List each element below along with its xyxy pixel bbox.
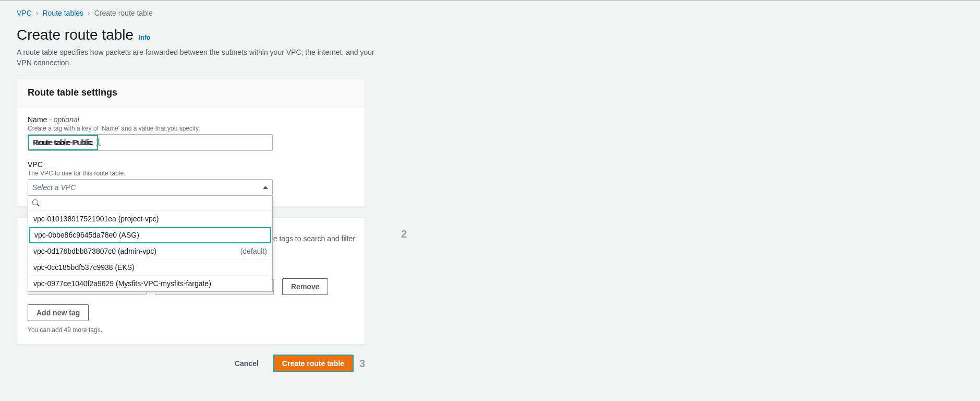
- tags-limit-hint: You can add 49 more tags.: [28, 326, 354, 334]
- chevron-right-icon: ›: [36, 9, 39, 17]
- breadcrumb-current: Create route table: [94, 9, 153, 17]
- vpc-option-label: vpc-0bbe86c9645da78e0 (ASG): [34, 231, 139, 239]
- info-link[interactable]: Info: [139, 34, 150, 41]
- vpc-option-suffix: (default): [240, 247, 267, 255]
- callout-2: 2: [401, 228, 407, 240]
- cancel-button[interactable]: Cancel: [226, 355, 267, 372]
- name-optional-text: - optional: [47, 115, 79, 124]
- name-input[interactable]: [28, 134, 273, 151]
- caret-up-icon: [263, 186, 268, 189]
- vpc-option-0[interactable]: vpc-010138917521901ea (project-vpc): [28, 211, 272, 227]
- add-tag-button[interactable]: Add new tag: [28, 304, 89, 321]
- chevron-right-icon: ›: [88, 9, 90, 17]
- vpc-option-label: vpc-0d176bdbb873807c0 (admin-vpc): [33, 247, 156, 255]
- breadcrumb-route-tables[interactable]: Route tables: [42, 9, 83, 17]
- vpc-option-1[interactable]: vpc-0bbe86c9645da78e0 (ASG) 2: [29, 227, 271, 243]
- settings-panel-title: Route table settings: [28, 87, 354, 98]
- vpc-option-3[interactable]: vpc-0cc185bdf537c9938 (EKS): [28, 260, 272, 276]
- settings-panel-body: Name - optional Create a tag with a key …: [17, 107, 365, 206]
- page-content: VPC › Route tables › Create route table …: [0, 1, 980, 380]
- callout-3: 3: [359, 358, 365, 370]
- vpc-label: VPC: [28, 160, 354, 169]
- page-description: A route table specifies how packets are …: [17, 48, 382, 68]
- vpc-dropdown: vpc-010138917521901ea (project-vpc) vpc-…: [28, 196, 273, 292]
- page-title: Create route table Info: [17, 27, 963, 43]
- vpc-option-label: vpc-0977ce1040f2a9629 (Mysfits-VPC-mysfi…: [33, 279, 211, 288]
- vpc-select[interactable]: Select a VPC: [28, 179, 273, 196]
- vpc-option-4[interactable]: vpc-0977ce1040f2a9629 (Mysfits-VPC-mysfi…: [28, 276, 272, 291]
- breadcrumb: VPC › Route tables › Create route table: [17, 9, 963, 17]
- search-icon: [32, 199, 40, 207]
- name-hint: Create a tag with a key of 'Name' and a …: [28, 125, 354, 132]
- name-label-text: Name: [28, 115, 47, 124]
- vpc-option-label: vpc-0cc185bdf537c9938 (EKS): [33, 263, 135, 272]
- vpc-option-2[interactable]: vpc-0d176bdbb873807c0 (admin-vpc) (defau…: [28, 243, 272, 260]
- callout-1: 1: [95, 136, 101, 148]
- page-title-text: Create route table: [17, 27, 134, 43]
- vpc-select-placeholder: Select a VPC: [32, 183, 76, 192]
- vpc-hint: The VPC to use for this route table.: [28, 170, 354, 177]
- footer-actions: Cancel Create route table 3: [17, 355, 365, 372]
- create-route-table-button[interactable]: Create route table: [273, 355, 353, 372]
- settings-panel-header: Route table settings: [17, 79, 365, 107]
- breadcrumb-vpc[interactable]: VPC: [17, 9, 32, 17]
- vpc-field: VPC The VPC to use for this route table.…: [28, 160, 354, 196]
- vpc-dropdown-search: [28, 196, 272, 211]
- settings-panel: Route table settings Name - optional Cre…: [17, 78, 365, 207]
- vpc-option-label: vpc-010138917521901ea (project-vpc): [33, 215, 159, 223]
- remove-tag-button[interactable]: Remove: [282, 278, 328, 295]
- name-field: Name - optional Create a tag with a key …: [28, 115, 354, 151]
- name-label: Name - optional: [28, 115, 354, 124]
- vpc-dropdown-search-input[interactable]: [40, 199, 268, 207]
